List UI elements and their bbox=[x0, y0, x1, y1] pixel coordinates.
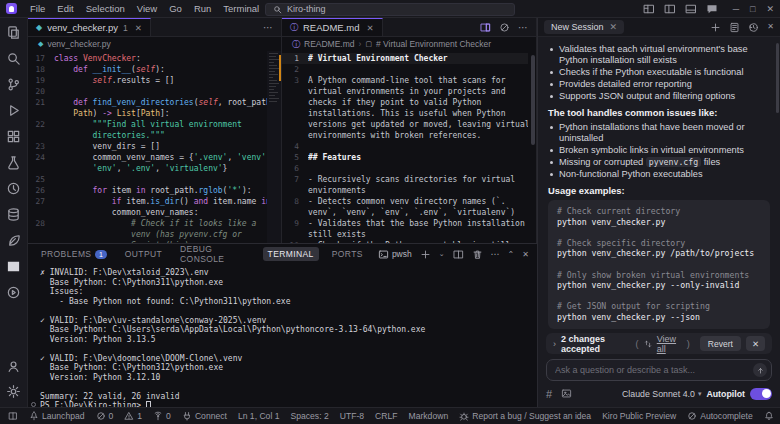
new-terminal-icon[interactable] bbox=[420, 249, 431, 260]
code-line[interactable]: 6 bbox=[282, 163, 528, 174]
status-item-kiro-public-preview[interactable]: Kiro Public Preview bbox=[602, 411, 676, 421]
tab-close-icon[interactable]: ✕ bbox=[135, 23, 142, 33]
menu-terminal[interactable]: Terminal bbox=[218, 2, 264, 15]
terminal-output[interactable]: ✗ INVALID: F:\Dev\xtaloid_2023\.env Base… bbox=[28, 264, 537, 407]
revert-button[interactable]: Revert bbox=[700, 336, 741, 351]
code-line[interactable]: 8- Detects common venv directory names (… bbox=[282, 196, 528, 207]
feather-icon[interactable] bbox=[6, 233, 21, 248]
git-branch-icon[interactable] bbox=[6, 77, 21, 92]
terminal-line[interactable] bbox=[40, 306, 533, 316]
menu-run[interactable]: Run bbox=[189, 2, 216, 15]
tab-close-icon[interactable]: ✕ bbox=[610, 22, 618, 32]
panel-more-icon[interactable]: ⋯ bbox=[491, 249, 500, 259]
status-item-1[interactable]: 1 bbox=[124, 411, 142, 421]
scrollbar-thumb[interactable] bbox=[531, 55, 535, 145]
send-button[interactable] bbox=[753, 363, 767, 377]
code-line[interactable]: venv`, `venv`, `env`, `.env`, `virtualen… bbox=[282, 207, 528, 218]
menu-view[interactable]: View bbox=[132, 2, 162, 15]
code-line[interactable]: checks if they point to valid Python bbox=[282, 97, 528, 108]
code-line[interactable]: installations. This is useful when Pytho… bbox=[282, 108, 528, 119]
usage-code-block[interactable]: # Check current directorypython venv_che… bbox=[548, 200, 770, 329]
code-line[interactable]: 5## Features bbox=[282, 152, 528, 163]
code-line[interactable]: 3A Python command-line tool that scans f… bbox=[282, 75, 528, 86]
status-item-report-a-bug-suggest-an-[interactable]: Report a bug / Suggest an idea bbox=[459, 411, 591, 421]
breadcrumb[interactable]: ⓘ README.md › ▢ # Virtual Environment Ch… bbox=[282, 37, 536, 51]
terminal-line[interactable] bbox=[40, 344, 533, 354]
menu-go[interactable]: Go bbox=[164, 2, 187, 15]
terminal-line[interactable]: Summary: 22 valid, 26 invalid bbox=[40, 392, 533, 402]
code-line[interactable]: common_venv_names: bbox=[28, 207, 267, 218]
panel-tab-problems[interactable]: PROBLEMS1 bbox=[36, 247, 112, 261]
status-item-autocomplete[interactable]: Autocomplete bbox=[687, 411, 753, 421]
code-line[interactable]: 22 """Find all virtual environment bbox=[28, 119, 267, 130]
code-line[interactable]: 17class VenvChecker: bbox=[28, 53, 267, 64]
status-item-connect[interactable]: Connect bbox=[182, 411, 227, 421]
code-line[interactable]: 21 def find_venv_directories(self, root_… bbox=[28, 97, 267, 108]
model-selector[interactable]: Claude Sonnet 4.0 ▾ bbox=[622, 389, 701, 399]
extensions-icon[interactable] bbox=[6, 129, 21, 144]
status-item-0[interactable]: 0 bbox=[153, 411, 171, 421]
clock-icon[interactable] bbox=[6, 181, 21, 196]
status-item-0[interactable]: 0 bbox=[96, 411, 114, 421]
more-actions-icon[interactable]: ⋯ bbox=[518, 22, 528, 33]
status-item-markdown[interactable]: Markdown bbox=[409, 411, 449, 421]
window-maximize-button[interactable]: □ bbox=[750, 4, 755, 14]
tab-readme[interactable]: ⓘ README.md ✕ bbox=[282, 18, 383, 36]
image-icon[interactable] bbox=[6, 259, 21, 274]
toggle-sidebar-icon[interactable] bbox=[664, 3, 676, 15]
more-actions-icon[interactable]: ⋯ bbox=[263, 22, 273, 33]
code-line[interactable]: 'env', '.env', 'virtualenv'} bbox=[28, 163, 267, 174]
attach-image-icon[interactable] bbox=[561, 388, 572, 399]
session-list-icon[interactable] bbox=[729, 22, 740, 33]
dismiss-changes-button[interactable]: ✕ bbox=[746, 336, 765, 351]
panel-maximize-icon[interactable]: ⌃ bbox=[508, 250, 515, 259]
database-icon[interactable] bbox=[6, 207, 21, 222]
code-line[interactable]: 19 self.results = [] bbox=[28, 75, 267, 86]
split-terminal-icon[interactable] bbox=[453, 249, 464, 260]
history-icon[interactable] bbox=[748, 22, 759, 33]
terminal-shell-label[interactable]: pwsh bbox=[378, 249, 412, 260]
status-item-spaces-2[interactable]: Spaces: 2 bbox=[290, 411, 328, 421]
code-line[interactable]: 7- Recursively scans directories for vir… bbox=[282, 174, 528, 185]
terminal-line[interactable]: Base Python: C:\Python312\python.exe bbox=[40, 363, 533, 373]
flask-icon[interactable] bbox=[6, 155, 21, 170]
status-item-launchpad[interactable]: Launchpad bbox=[29, 411, 85, 421]
autopilot-toggle[interactable] bbox=[750, 388, 772, 400]
code-line[interactable]: 18 def __init__(self): bbox=[28, 64, 267, 75]
code-editor-readme[interactable]: 1# Virtual Environment Checker23A Python… bbox=[282, 51, 536, 243]
menu-selection[interactable]: Selection bbox=[81, 2, 130, 15]
panel-close-icon[interactable]: ✕ bbox=[522, 250, 529, 259]
toggle-panel-icon[interactable] bbox=[685, 3, 697, 15]
code-line[interactable]: versions get updated or moved, leaving v… bbox=[282, 119, 528, 130]
code-line[interactable]: directories.""" bbox=[28, 130, 267, 141]
status-item-utf-8[interactable]: UTF-8 bbox=[340, 411, 364, 421]
terminal-line[interactable]: - Base Python not found: C:\Python311\py… bbox=[40, 297, 533, 307]
panel-tab-output[interactable]: OUTPUT bbox=[120, 247, 167, 261]
play-circle-icon[interactable] bbox=[6, 285, 21, 300]
code-line[interactable]: still exists bbox=[282, 229, 528, 240]
terminal-line[interactable]: Issues: bbox=[40, 287, 533, 297]
code-line[interactable]: 10- Checks if the Python executable is s… bbox=[282, 240, 528, 243]
terminal-line[interactable]: Version: Python 3.13.5 bbox=[40, 335, 533, 345]
search-icon[interactable] bbox=[6, 51, 21, 66]
customize-layout-icon[interactable] bbox=[643, 3, 655, 15]
terminal-line[interactable]: Version: Python 3.12.10 bbox=[40, 373, 533, 383]
view-all-link[interactable]: View all bbox=[657, 334, 682, 354]
terminal-dropdown-icon[interactable]: ⌄ bbox=[439, 250, 445, 258]
code-line[interactable]: environments bbox=[282, 185, 528, 196]
scrollbar-thumb[interactable] bbox=[776, 43, 779, 113]
code-line[interactable]: venv (has pyvenv.cfg or bbox=[28, 229, 267, 240]
files-icon[interactable] bbox=[6, 25, 21, 40]
menu-edit[interactable]: Edit bbox=[52, 2, 78, 15]
code-line[interactable]: 28 # Check if it looks like a bbox=[28, 218, 267, 229]
code-line[interactable]: virtual environments in your projects an… bbox=[282, 86, 528, 97]
kill-terminal-icon[interactable] bbox=[472, 249, 483, 260]
panel-tab-ports[interactable]: PORTS bbox=[327, 247, 368, 261]
panel-tab-debug-console[interactable]: DEBUG CONSOLE bbox=[175, 242, 254, 266]
debug-play-icon[interactable] bbox=[6, 103, 21, 118]
terminal-line[interactable]: ✓ VALID: F:\Dev\uv-standalone\conway-202… bbox=[40, 316, 533, 326]
terminal-line[interactable]: ✗ INVALID: F:\Dev\xtaloid_2023\.env bbox=[40, 268, 533, 278]
toggle-preview-icon[interactable] bbox=[499, 22, 510, 33]
code-line[interactable]: 27 if item.is_dir() and item.name in bbox=[28, 196, 267, 207]
code-line[interactable]: 24 common_venv_names = {'.venv', 'venv', bbox=[28, 152, 267, 163]
